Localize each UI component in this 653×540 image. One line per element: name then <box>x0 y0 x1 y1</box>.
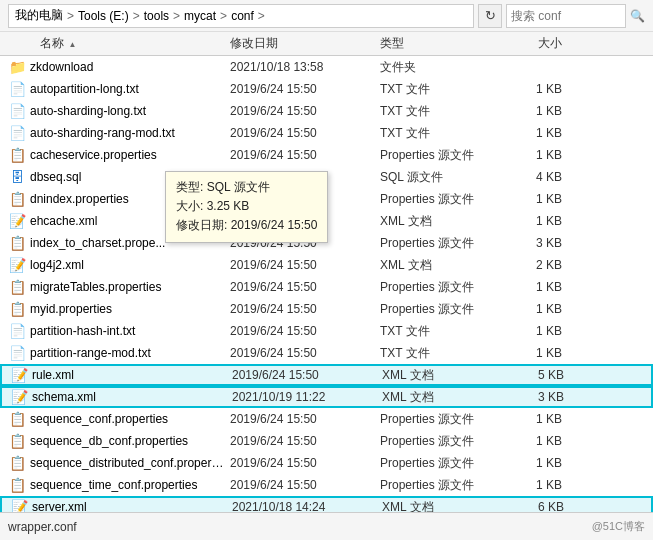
xml-icon: 📝 <box>10 366 28 384</box>
file-date-2: 2019/6/24 15:50 <box>230 104 380 118</box>
properties-icon: 📋 <box>8 432 26 450</box>
file-date-17: 2019/6/24 15:50 <box>230 434 380 448</box>
folder-icon: 📁 <box>8 58 26 76</box>
col-name-header[interactable]: 名称 ▲ <box>0 35 230 52</box>
file-type-17: Properties 源文件 <box>380 433 510 450</box>
file-size-13: 1 KB <box>510 346 570 360</box>
file-date-4: 2019/6/24 15:50 <box>230 148 380 162</box>
file-size-16: 1 KB <box>510 412 570 426</box>
path-part-2[interactable]: tools <box>144 9 169 23</box>
table-row[interactable]: 📋sequence_time_conf.properties2019/6/24 … <box>0 474 653 496</box>
file-name-16: sequence_conf.properties <box>30 412 230 426</box>
path-part-0[interactable]: 我的电脑 <box>15 7 63 24</box>
table-row[interactable]: 📄auto-sharding-rang-mod.txt2019/6/24 15:… <box>0 122 653 144</box>
properties-icon: 📋 <box>8 410 26 428</box>
path-sep-1: > <box>133 9 140 23</box>
file-name-2: auto-sharding-long.txt <box>30 104 230 118</box>
file-size-10: 1 KB <box>510 280 570 294</box>
col-size-header[interactable]: 大小 <box>510 35 570 52</box>
file-name-18: sequence_distributed_conf.properties <box>30 456 230 470</box>
file-name-10: migrateTables.properties <box>30 280 230 294</box>
xml-icon: 📝 <box>10 388 28 406</box>
file-type-16: Properties 源文件 <box>380 411 510 428</box>
properties-icon: 📋 <box>8 146 26 164</box>
search-input[interactable] <box>506 4 626 28</box>
table-row[interactable]: 📋cacheservice.properties2019/6/24 15:50P… <box>0 144 653 166</box>
path-part-1[interactable]: Tools (E:) <box>78 9 129 23</box>
table-row[interactable]: 📝server.xml2021/10/18 14:24XML 文档6 KB <box>0 496 653 512</box>
table-row[interactable]: 📋sequence_distributed_conf.properties201… <box>0 452 653 474</box>
properties-icon: 📋 <box>8 234 26 252</box>
file-size-5: 4 KB <box>510 170 570 184</box>
table-row[interactable]: 📄partition-range-mod.txt2019/6/24 15:50T… <box>0 342 653 364</box>
file-type-20: XML 文档 <box>382 499 512 513</box>
path-part-4[interactable]: conf <box>231 9 254 23</box>
file-date-15: 2021/10/19 11:22 <box>232 390 382 404</box>
refresh-button[interactable]: ↻ <box>478 4 502 28</box>
table-row[interactable]: 📋sequence_db_conf.properties2019/6/24 15… <box>0 430 653 452</box>
file-type-8: Properties 源文件 <box>380 235 510 252</box>
table-row[interactable]: 📝rule.xml2019/6/24 15:50XML 文档5 KB <box>0 364 653 386</box>
file-date-19: 2019/6/24 15:50 <box>230 478 380 492</box>
file-date-16: 2019/6/24 15:50 <box>230 412 380 426</box>
file-size-11: 1 KB <box>510 302 570 316</box>
txt-icon: 📄 <box>8 80 26 98</box>
table-row[interactable]: 📁zkdownload2021/10/18 13:58文件夹 <box>0 56 653 78</box>
address-bar: 我的电脑 > Tools (E:) > tools > mycat > conf… <box>0 0 653 32</box>
file-type-18: Properties 源文件 <box>380 455 510 472</box>
file-name-4: cacheservice.properties <box>30 148 230 162</box>
file-type-14: XML 文档 <box>382 367 512 384</box>
file-type-2: TXT 文件 <box>380 103 510 120</box>
file-name-12: partition-hash-int.txt <box>30 324 230 338</box>
file-size-8: 3 KB <box>510 236 570 250</box>
properties-icon: 📋 <box>8 476 26 494</box>
table-row[interactable]: 📋sequence_conf.properties2019/6/24 15:50… <box>0 408 653 430</box>
file-name-11: myid.properties <box>30 302 230 316</box>
file-size-4: 1 KB <box>510 148 570 162</box>
txt-icon: 📄 <box>8 124 26 142</box>
file-type-6: Properties 源文件 <box>380 191 510 208</box>
tooltip-type: 类型: SQL 源文件 <box>176 178 317 197</box>
table-row[interactable]: 📄autopartition-long.txt2019/6/24 15:50TX… <box>0 78 653 100</box>
path-bar[interactable]: 我的电脑 > Tools (E:) > tools > mycat > conf… <box>8 4 474 28</box>
col-date-header[interactable]: 修改日期 <box>230 35 380 52</box>
txt-icon: 📄 <box>8 102 26 120</box>
path-sep-4: > <box>258 9 265 23</box>
file-type-12: TXT 文件 <box>380 323 510 340</box>
watermark: @51C博客 <box>592 519 645 534</box>
table-row[interactable]: 📝log4j2.xml2019/6/24 15:50XML 文档2 KB <box>0 254 653 276</box>
path-part-3[interactable]: mycat <box>184 9 216 23</box>
file-type-15: XML 文档 <box>382 389 512 406</box>
toolbar-right: ↻ 🔍 <box>478 4 645 28</box>
col-type-header[interactable]: 类型 <box>380 35 510 52</box>
txt-icon: 📄 <box>8 344 26 362</box>
file-name-15: schema.xml <box>32 390 232 404</box>
file-size-7: 1 KB <box>510 214 570 228</box>
path-sep-3: > <box>220 9 227 23</box>
table-row[interactable]: 📝schema.xml2021/10/19 11:22XML 文档3 KB <box>0 386 653 408</box>
file-type-19: Properties 源文件 <box>380 477 510 494</box>
file-type-13: TXT 文件 <box>380 345 510 362</box>
table-row[interactable]: 📄partition-hash-int.txt2019/6/24 15:50TX… <box>0 320 653 342</box>
file-type-4: Properties 源文件 <box>380 147 510 164</box>
table-row[interactable]: 📋migrateTables.properties2019/6/24 15:50… <box>0 276 653 298</box>
file-size-3: 1 KB <box>510 126 570 140</box>
file-size-12: 1 KB <box>510 324 570 338</box>
file-size-6: 1 KB <box>510 192 570 206</box>
table-row[interactable]: 📄auto-sharding-long.txt2019/6/24 15:50TX… <box>0 100 653 122</box>
file-name-3: auto-sharding-rang-mod.txt <box>30 126 230 140</box>
xml-icon: 📝 <box>10 498 28 512</box>
file-type-10: Properties 源文件 <box>380 279 510 296</box>
table-row[interactable]: 📋myid.properties2019/6/24 15:50Propertie… <box>0 298 653 320</box>
file-type-0: 文件夹 <box>380 59 510 76</box>
file-type-3: TXT 文件 <box>380 125 510 142</box>
sort-arrow-name: ▲ <box>67 40 77 50</box>
sql-icon: 🗄 <box>8 168 26 186</box>
file-size-15: 3 KB <box>512 390 572 404</box>
file-name-20: server.xml <box>32 500 232 512</box>
file-name-17: sequence_db_conf.properties <box>30 434 230 448</box>
properties-icon: 📋 <box>8 300 26 318</box>
file-size-18: 1 KB <box>510 456 570 470</box>
status-text: wrapper.conf <box>8 520 77 534</box>
file-size-2: 1 KB <box>510 104 570 118</box>
